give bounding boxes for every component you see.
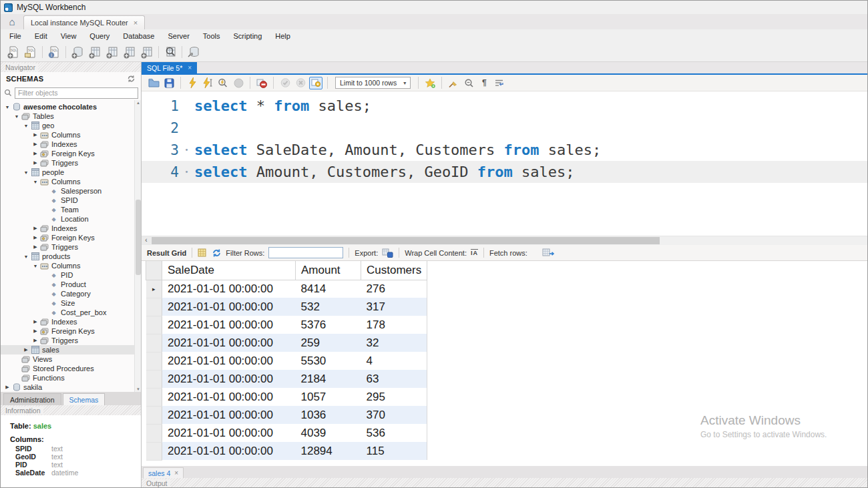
create-view-icon[interactable] xyxy=(104,45,120,59)
clear-markers-icon[interactable] xyxy=(447,77,460,89)
wrap-cell-content-icon[interactable]: IA xyxy=(471,249,478,256)
chevron-expanded-icon[interactable]: ▼ xyxy=(22,170,30,175)
grid-cell[interactable]: 2021-01-01 00:00:00 xyxy=(162,406,296,424)
tree-item-views[interactable]: Views xyxy=(1,354,141,364)
home-icon[interactable]: ⌂ xyxy=(1,14,23,29)
tree-item-products[interactable]: ▼products xyxy=(1,252,141,261)
chevron-collapsed-icon[interactable]: ▶ xyxy=(22,347,30,352)
grid-cell[interactable]: 536 xyxy=(361,424,427,442)
explain-icon[interactable] xyxy=(216,77,230,89)
sql-file-tab-close-icon[interactable]: × xyxy=(188,64,192,71)
chevron-collapsed-icon[interactable]: ▶ xyxy=(31,151,39,156)
grid-cell[interactable]: 8414 xyxy=(296,280,361,298)
save-snippet-icon[interactable] xyxy=(423,77,437,89)
menu-item-file[interactable]: File xyxy=(3,31,28,41)
new-sql-tab-icon[interactable]: SQL xyxy=(5,45,21,59)
tree-item-functions[interactable]: Functions xyxy=(1,373,141,383)
grid-cell[interactable]: 2021-01-01 00:00:00 xyxy=(162,424,296,442)
create-function-icon[interactable] xyxy=(139,45,155,59)
tree-item-salesperson[interactable]: ◆Salesperson xyxy=(1,186,141,196)
chevron-expanded-icon[interactable]: ▼ xyxy=(22,124,30,128)
find-icon[interactable] xyxy=(462,77,475,89)
sql-editor[interactable]: 1select * from sales;23•select SaleDate,… xyxy=(142,91,867,236)
grid-cell[interactable]: 4039 xyxy=(296,424,361,442)
row-gutter[interactable] xyxy=(146,352,162,370)
grid-cell[interactable]: 5376 xyxy=(296,316,361,334)
fetch-rows-icon[interactable] xyxy=(542,248,555,257)
tree-item-sales[interactable]: ▶sales xyxy=(1,345,141,354)
search-table-data-icon[interactable] xyxy=(162,45,178,59)
tree-item-triggers[interactable]: ▶Triggers xyxy=(1,158,141,168)
tree-scrollbar[interactable]: ▲▼ xyxy=(134,100,141,392)
editor-line-1[interactable]: 1select * from sales; xyxy=(142,95,867,117)
tree-item-triggers[interactable]: ▶Triggers xyxy=(1,242,141,252)
scrollbar-thumb[interactable] xyxy=(136,200,141,276)
grid-cell[interactable]: 2184 xyxy=(296,370,361,388)
chevron-collapsed-icon[interactable]: ▶ xyxy=(31,132,39,138)
scroll-down-icon[interactable]: ▼ xyxy=(136,387,140,391)
grid-cell[interactable]: 1057 xyxy=(296,388,361,406)
chevron-collapsed-icon[interactable]: ▶ xyxy=(31,338,39,343)
row-gutter[interactable] xyxy=(146,388,162,406)
execute-current-statement-icon[interactable] xyxy=(201,77,214,89)
inspector-icon[interactable]: SQLi xyxy=(46,45,62,59)
chevron-expanded-icon[interactable]: ▼ xyxy=(31,180,39,184)
editor-line-3[interactable]: 3•select SaleDate, Amount, Customers fro… xyxy=(142,139,867,161)
row-gutter[interactable] xyxy=(146,334,162,352)
open-sql-script-icon[interactable]: SQL xyxy=(23,45,39,59)
tree-item-category[interactable]: ◆Category xyxy=(1,289,141,298)
grid-cell[interactable]: 295 xyxy=(361,388,427,406)
grid-cell[interactable]: 12894 xyxy=(296,442,361,460)
row-gutter[interactable] xyxy=(146,370,162,388)
save-script-icon[interactable] xyxy=(162,77,176,89)
grid-cell[interactable]: 2021-01-01 00:00:00 xyxy=(162,334,296,352)
create-schema-icon[interactable] xyxy=(69,45,85,59)
grid-cell[interactable]: 2021-01-01 00:00:00 xyxy=(162,442,296,460)
grid-cell[interactable]: 2021-01-01 00:00:00 xyxy=(162,280,296,298)
sidebar-tab-schemas[interactable]: Schemas xyxy=(63,393,105,405)
tree-item-team[interactable]: ◆Team xyxy=(1,205,141,214)
tree-item-columns[interactable]: ▶Columns xyxy=(1,130,141,140)
edit-grid-icon[interactable] xyxy=(198,248,208,258)
menu-item-server[interactable]: Server xyxy=(161,31,196,41)
create-procedure-icon[interactable] xyxy=(122,45,138,59)
chevron-collapsed-icon[interactable]: ▶ xyxy=(31,235,39,240)
filter-objects-input[interactable] xyxy=(15,87,138,99)
result-tab-close-icon[interactable]: × xyxy=(174,469,178,477)
tree-item-foreign-keys[interactable]: ▶Foreign Keys xyxy=(1,149,141,158)
grid-cell[interactable]: 2021-01-01 00:00:00 xyxy=(162,316,296,334)
scroll-left-icon[interactable]: ‹ xyxy=(142,236,151,245)
row-gutter[interactable] xyxy=(146,316,162,334)
row-gutter[interactable] xyxy=(146,298,162,316)
chevron-collapsed-icon[interactable]: ▶ xyxy=(31,142,39,147)
tree-item-stored-procedures[interactable]: Stored Procedures xyxy=(1,364,141,373)
chevron-collapsed-icon[interactable]: ▶ xyxy=(3,385,11,390)
grid-cell[interactable]: 4 xyxy=(361,352,427,370)
tree-item-triggers[interactable]: ▶Triggers xyxy=(1,336,141,345)
grid-cell[interactable]: 2021-01-01 00:00:00 xyxy=(162,298,296,316)
grid-cell[interactable]: 115 xyxy=(361,442,427,460)
sql-file-tab[interactable]: SQL File 5* × xyxy=(142,62,197,73)
sidebar-tab-administration[interactable]: Administration xyxy=(3,393,61,405)
chevron-expanded-icon[interactable]: ▼ xyxy=(31,264,39,268)
chevron-expanded-icon[interactable]: ▼ xyxy=(3,105,11,109)
grid-cell[interactable]: 2021-01-01 00:00:00 xyxy=(162,370,296,388)
tree-item-people[interactable]: ▼people xyxy=(1,168,141,177)
tree-item-cost-per-box[interactable]: ◆Cost_per_box xyxy=(1,308,141,317)
refresh-schemas-icon[interactable] xyxy=(127,75,136,83)
row-gutter[interactable] xyxy=(146,424,162,442)
menu-item-query[interactable]: Query xyxy=(83,31,116,41)
tree-item-foreign-keys[interactable]: ▶Foreign Keys xyxy=(1,326,141,336)
editor-line-4[interactable]: 4•select Amount, Customers, GeoID from s… xyxy=(142,161,867,183)
chevron-collapsed-icon[interactable]: ▶ xyxy=(31,160,39,166)
tree-item-columns[interactable]: ▼Columns xyxy=(1,177,141,186)
grid-cell[interactable]: 532 xyxy=(296,298,361,316)
grid-header-saledate[interactable]: SaleDate xyxy=(162,261,296,280)
menu-item-database[interactable]: Database xyxy=(116,31,161,41)
wrap-text-icon[interactable] xyxy=(493,77,506,89)
open-script-icon[interactable] xyxy=(147,77,160,89)
chevron-collapsed-icon[interactable]: ▶ xyxy=(31,226,39,231)
export-icon[interactable] xyxy=(382,248,393,258)
menu-item-scripting[interactable]: Scripting xyxy=(227,31,269,41)
tree-item-indexes[interactable]: ▶Indexes xyxy=(1,224,141,233)
